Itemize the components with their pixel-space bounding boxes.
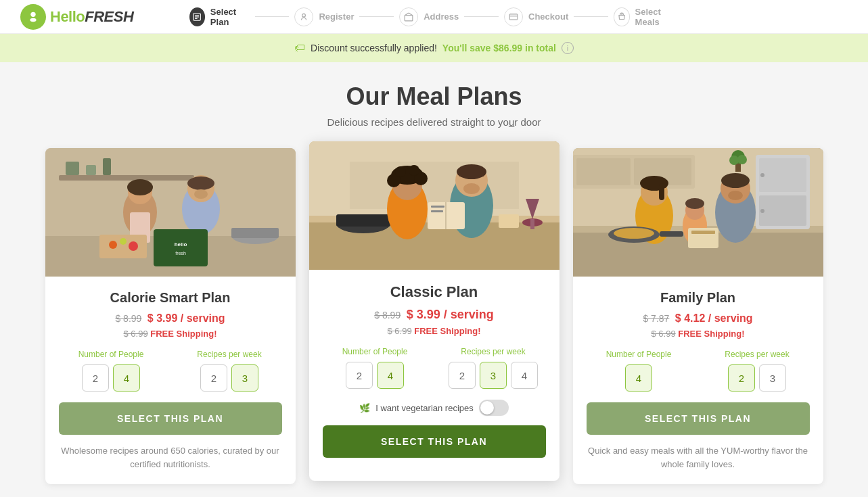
family-old-price: $ 7.87 [643,313,669,324]
step-divider-1 [255,16,290,17]
svg-rect-53 [431,206,444,208]
svg-rect-84 [691,231,715,234]
calorie-smart-name: Calorie Smart Plan [59,290,282,306]
svg-point-1 [30,18,36,22]
page-title: Our Meal Plans [27,82,841,111]
classic-options: Number of People 2 4 Recipes per week 2 … [323,347,546,389]
calorie-smart-recipes-label: Recipes per week [177,350,282,359]
svg-rect-8 [509,14,518,19]
discount-message: Discount successfully applied! [311,43,437,53]
classic-recipes-buttons: 2 3 4 [441,362,546,389]
veg-toggle[interactable] [479,400,509,416]
svg-rect-62 [759,195,806,226]
calorie-smart-content: Calorie Smart Plan $ 8.99 $ 3.99 / servi… [45,277,296,484]
svg-rect-25 [154,229,208,266]
classic-shipping: $ 6.99 FREE Shipping! [323,326,546,336]
classic-people-2[interactable]: 2 [346,362,373,389]
family-recipes-label: Recipes per week [705,350,810,359]
calorie-smart-recipes-2[interactable]: 2 [200,364,227,392]
classic-people-group: Number of People 2 4 [323,347,428,389]
logo-text: HelloFRESH [50,8,133,26]
family-recipes-group: Recipes per week 2 3 [705,350,810,392]
calorie-smart-people-label: Number of People [59,350,164,359]
family-people-buttons: 4 [587,364,691,392]
step-address-icon [399,7,418,26]
calorie-smart-people-4[interactable]: 4 [113,364,140,392]
family-shipping-old: $ 6.99 [652,329,676,339]
family-select-button[interactable]: SELECT THIS PLAN [587,402,810,435]
step-checkout[interactable]: Checkout [504,7,568,26]
svg-point-6 [302,14,306,17]
plans-container: hello fresh Calorie Smart Plan $ 8.99 [27,148,841,488]
svg-point-75 [685,198,704,209]
family-recipes-buttons: 2 3 [705,364,810,392]
calorie-smart-options: Number of People 2 4 Recipes per week 2 … [59,350,282,392]
step-divider-2 [359,16,394,17]
classic-old-price: $ 8.99 [374,310,401,321]
plan-image-calorie-smart: hello fresh [45,148,296,277]
step-address[interactable]: Address [399,7,459,26]
calorie-smart-price: $ 8.99 $ 3.99 / serving [59,312,282,325]
calorie-smart-select-button[interactable]: SELECT THIS PLAN [59,402,282,435]
family-recipes-2[interactable]: 2 [728,364,755,392]
calorie-smart-shipping-free: FREE Shipping! [150,329,216,339]
classic-name: Classic Plan [323,283,546,301]
calorie-smart-recipes-buttons: 2 3 [177,364,282,392]
svg-text:fresh: fresh [175,251,186,256]
family-people-group: Number of People 4 [587,350,691,392]
info-icon[interactable]: i [562,42,574,54]
svg-point-30 [120,238,127,245]
classic-people-4[interactable]: 4 [377,362,404,389]
family-options: Number of People 4 Recipes per week 2 3 [587,350,810,392]
svg-point-63 [760,173,764,177]
svg-point-78 [721,173,750,188]
classic-people-buttons: 2 4 [323,362,428,389]
step-select-plan[interactable]: Select Plan [189,7,250,27]
svg-rect-14 [66,162,79,175]
step-register-icon [294,7,313,26]
step-register[interactable]: Register [294,7,354,26]
svg-rect-81 [660,231,683,237]
step-plan-label: Select Plan [210,7,250,27]
svg-rect-7 [405,15,413,20]
step-divider-4 [574,16,608,17]
svg-rect-61 [759,158,806,192]
step-address-label: Address [424,11,459,22]
svg-rect-36 [350,162,519,209]
svg-rect-54 [431,210,443,212]
calorie-smart-description: Wholesome recipes around 650 calories, c… [59,444,282,471]
family-name: Family Plan [587,290,810,306]
svg-text:hello: hello [174,241,187,247]
leaf-icon: 🌿 [359,403,370,413]
classic-recipes-4[interactable]: 4 [511,362,538,389]
step-select-meals[interactable]: Select Meals [614,7,679,27]
header: HelloFRESH Select Plan Register Address [0,0,868,34]
svg-point-46 [409,165,419,176]
step-plan-icon [189,7,205,26]
classic-select-button[interactable]: SELECT THIS PLAN [323,425,546,458]
veg-toggle-row: 🌿 I want vegetarian recipes [323,400,546,416]
plan-card-family: Family Plan $ 7.87 $ 4.12 / serving $ 6.… [573,148,823,484]
calorie-smart-people-group: Number of People 2 4 [59,350,164,392]
calorie-smart-recipes-3[interactable]: 3 [231,364,258,392]
step-checkout-icon [504,7,523,26]
classic-shipping-free: FREE Shipping! [414,326,480,336]
calorie-smart-people-buttons: 2 4 [59,364,164,392]
logo[interactable]: HelloFRESH [20,4,133,30]
svg-point-29 [109,241,117,249]
plan-image-family [573,148,823,277]
family-recipes-3[interactable]: 3 [759,364,786,392]
svg-rect-13 [59,175,194,181]
classic-recipes-3[interactable]: 3 [480,362,507,389]
step-meals-label: Select Meals [635,7,679,27]
svg-point-0 [30,11,35,16]
calorie-smart-people-2[interactable]: 2 [82,364,109,392]
family-people-4[interactable]: 4 [625,364,652,392]
calorie-smart-new-price: $ 3.99 / serving [147,312,225,324]
classic-recipes-2[interactable]: 2 [449,362,476,389]
family-new-price: $ 4.12 / serving [675,312,753,324]
classic-recipes-group: Recipes per week 2 3 4 [441,347,546,389]
veg-label: I want vegetarian recipes [375,403,474,413]
svg-point-19 [127,179,153,195]
svg-rect-66 [576,158,631,185]
